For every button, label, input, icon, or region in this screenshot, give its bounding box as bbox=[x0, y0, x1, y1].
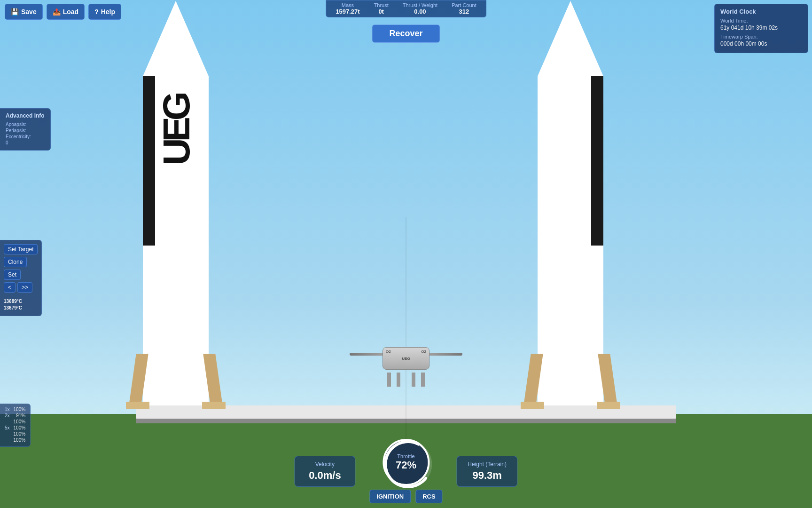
save-label: Save bbox=[21, 8, 37, 16]
clock-row: World Time: 61y 041d 10h 39m 02s Timewar… bbox=[720, 18, 802, 49]
spacecraft: UEG O2 O2 bbox=[350, 344, 462, 387]
nav-arrows: < >> bbox=[4, 282, 38, 295]
apoapsis-label: Apoapsis: bbox=[6, 122, 45, 127]
height-panel: Height (Terrain) 99.3m bbox=[457, 456, 518, 487]
temp2-row: 13679°C bbox=[4, 305, 38, 310]
warp-6-value: 100% bbox=[14, 437, 26, 443]
next-button[interactable]: >> bbox=[17, 282, 32, 293]
save-button[interactable]: 💾 Save bbox=[5, 4, 43, 20]
load-button[interactable]: 📤 Load bbox=[47, 4, 85, 20]
world-time-value: 61y 041d 10h 39m 02s bbox=[720, 24, 802, 31]
temp1-row: 13689°C bbox=[4, 299, 38, 304]
world-clock-panel: World Clock World Time: 61y 041d 10h 39m… bbox=[714, 4, 808, 53]
spacecraft-label-02-left: O2 bbox=[386, 349, 391, 354]
thrust-weight-value: 0.00 bbox=[414, 8, 426, 15]
spacecraft-label-02-right: O2 bbox=[421, 349, 426, 354]
warp-panel: 1x 100% 2x 91% 100% 5x 100% 100% 100% bbox=[0, 404, 31, 447]
height-value: 99.3m bbox=[467, 469, 508, 482]
warp-2x-value: 91% bbox=[16, 413, 25, 418]
warp-row-6: 100% bbox=[5, 437, 25, 443]
spacecraft-leg-2 bbox=[397, 373, 400, 387]
left-booster: UEG bbox=[143, 76, 209, 405]
save-icon: 💾 bbox=[11, 8, 19, 16]
warp-3x-value: 100% bbox=[14, 419, 26, 424]
help-button[interactable]: ? Help bbox=[88, 4, 121, 20]
spacecraft-body: UEG O2 O2 bbox=[383, 347, 429, 370]
help-label: Help bbox=[101, 8, 115, 16]
spacecraft-leg-1 bbox=[387, 373, 391, 387]
world-clock-title: World Clock bbox=[720, 8, 802, 15]
help-icon: ? bbox=[94, 8, 99, 16]
spacecraft-leg-3 bbox=[412, 373, 415, 387]
warp-5-value: 100% bbox=[14, 431, 26, 437]
right-booster-body bbox=[538, 76, 603, 405]
advanced-info-panel: Advanced Info Apoapsis: Periapsis: Eccen… bbox=[0, 108, 51, 151]
warp-row-1: 1x 100% bbox=[5, 407, 25, 412]
center-cable bbox=[406, 217, 406, 452]
prev-button[interactable]: < bbox=[4, 282, 16, 293]
throttle-buttons: IGNITION RCS bbox=[369, 490, 442, 503]
right-booster-foot-inner bbox=[521, 402, 544, 409]
left-booster-foot-inner bbox=[202, 402, 226, 409]
warp-1x-value: 100% bbox=[14, 407, 26, 412]
throttle-panel: Throttle 72% IGNITION RCS bbox=[369, 439, 442, 503]
warp-row-3: 100% bbox=[5, 419, 25, 424]
rcs-button[interactable]: RCS bbox=[415, 490, 442, 503]
part-count-label: Part Count bbox=[452, 2, 476, 8]
warp-1x-label: 1x bbox=[5, 407, 10, 412]
warp-row-5: 100% bbox=[5, 431, 25, 437]
spacecraft-leg-4 bbox=[421, 373, 425, 387]
ueg-logo: UEG bbox=[158, 95, 195, 165]
svg-point-1 bbox=[383, 439, 433, 490]
load-icon: 📤 bbox=[53, 8, 61, 16]
timewarp-value: 000d 00h 00m 00s bbox=[720, 40, 802, 47]
world-time-label: World Time: bbox=[720, 18, 802, 24]
advanced-info-title: Advanced Info bbox=[6, 112, 45, 119]
eccentricity-value: 0 bbox=[6, 140, 45, 145]
stat-thrust: Thrust 0t bbox=[374, 2, 389, 15]
warp-row-2: 2x 91% bbox=[5, 413, 25, 418]
stat-mass: Mass 1597.27t bbox=[336, 2, 359, 15]
mass-value: 1597.27t bbox=[336, 8, 359, 15]
set-button[interactable]: Set bbox=[4, 270, 21, 280]
warp-row-4: 5x 100% bbox=[5, 425, 25, 430]
thrust-weight-label: Thrust / Weight bbox=[403, 2, 437, 8]
height-label: Height (Terrain) bbox=[467, 461, 508, 468]
stats-bar: Mass 1597.27t Thrust 0t Thrust / Weight … bbox=[326, 0, 486, 17]
timewarp-label: Timewarp Span: bbox=[720, 34, 802, 40]
throttle-svg bbox=[383, 439, 433, 490]
load-label: Load bbox=[63, 8, 78, 16]
warp-5x-value: 100% bbox=[14, 425, 26, 430]
periapsis-label: Periapsis: bbox=[6, 128, 45, 133]
warp-2x-label: 2x bbox=[5, 413, 10, 418]
left-booster-body: UEG bbox=[143, 76, 209, 405]
velocity-label: Velocity bbox=[304, 461, 345, 468]
clone-button[interactable]: Clone bbox=[4, 257, 27, 267]
set-target-button[interactable]: Set Target bbox=[4, 244, 38, 254]
part-count-value: 312 bbox=[459, 8, 469, 15]
right-booster bbox=[538, 76, 603, 405]
mass-label: Mass bbox=[342, 2, 354, 8]
velocity-value: 0.0m/s bbox=[304, 469, 345, 482]
temp1-value: 13689°C bbox=[4, 299, 22, 304]
bottom-hud: Velocity 0.0m/s Throttle 72% IGNITION RC… bbox=[294, 439, 517, 503]
eccentricity-label: Eccentricity: bbox=[6, 134, 45, 139]
thrust-value: 0t bbox=[378, 8, 384, 15]
throttle-dial: Throttle 72% bbox=[383, 439, 429, 486]
navigation-panel: Set Target Clone Set < >> 13689°C 13679°… bbox=[0, 240, 42, 316]
stat-part-count: Part Count 312 bbox=[452, 2, 476, 15]
stat-thrust-weight: Thrust / Weight 0.00 bbox=[403, 2, 437, 15]
velocity-panel: Velocity 0.0m/s bbox=[294, 456, 355, 487]
left-booster-foot-outer bbox=[126, 402, 149, 409]
thrust-label: Thrust bbox=[374, 2, 389, 8]
ignition-button[interactable]: IGNITION bbox=[369, 490, 411, 503]
right-booster-stripe bbox=[591, 76, 603, 246]
nav-data: 13689°C 13679°C bbox=[4, 299, 38, 310]
right-booster-foot-outer bbox=[597, 402, 620, 409]
warp-5x-label: 5x bbox=[5, 425, 10, 430]
temp2-value: 13679°C bbox=[4, 305, 22, 310]
recover-button[interactable]: Recover bbox=[372, 24, 440, 43]
left-booster-stripe bbox=[143, 76, 155, 246]
spacecraft-label: UEG bbox=[402, 357, 410, 361]
